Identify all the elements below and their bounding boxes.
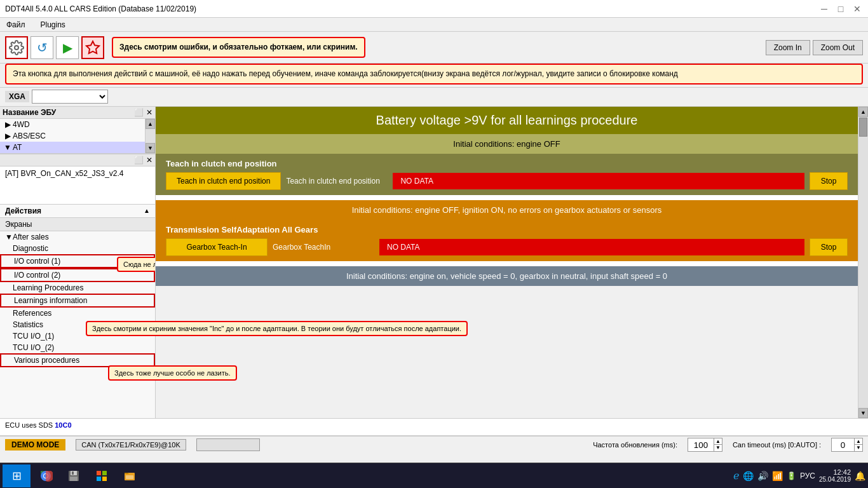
freq-input[interactable] xyxy=(688,440,714,450)
notification-icon[interactable]: 🔔 xyxy=(855,471,865,481)
toolbar-callout: Здесь смотрим ошибки, и обязательно фотк… xyxy=(112,37,365,58)
content-scroll-track xyxy=(858,137,868,408)
ecu-info-box: [AT] BVR_On_CAN_x52_JS3_v2.4 xyxy=(0,166,155,205)
ecu-uses-label: ECU uses SDS xyxy=(5,421,55,429)
ecu-item-4wd[interactable]: ▶ 4WD xyxy=(0,119,145,130)
svg-rect-9 xyxy=(102,471,107,475)
gearbox-field-label: Gearbox TeachIn xyxy=(273,243,374,252)
battery-icon: 🔋 xyxy=(787,471,796,480)
section3-condition: Initial conditions: engine on, vehicle s… xyxy=(156,266,858,286)
menu-file[interactable]: Файл xyxy=(3,19,29,30)
ecu-info-label: [AT] BVR_On_CAN_x52_JS3_v2.4 xyxy=(5,169,150,178)
settings-icon xyxy=(9,40,24,55)
callout-line1: Здесь смотрим ошибки, и обязательно фотк… xyxy=(119,42,358,53)
ecu-info-expand-icon[interactable]: ⬜ xyxy=(134,156,144,165)
settings-button[interactable] xyxy=(5,36,28,59)
minimize-button[interactable]: ─ xyxy=(818,3,830,15)
svg-point-0 xyxy=(15,46,18,50)
wifi-icon: 📶 xyxy=(772,471,783,481)
close-button[interactable]: ✕ xyxy=(851,3,863,15)
taskbar: ⊞ xyxy=(0,463,868,488)
tree-item-aftersales[interactable]: ▼ After sales xyxy=(0,231,155,243)
section1-proc-title: Teach in clutch end position xyxy=(166,159,848,168)
timeout-up[interactable]: ▲ xyxy=(855,438,862,445)
callout2-text: Эта кнопка для выполнения действий с маш… xyxy=(13,69,678,78)
stop-button-1[interactable]: Stop xyxy=(810,172,848,190)
freq-down[interactable]: ▼ xyxy=(714,445,722,451)
zoom-out-button[interactable]: Zoom Out xyxy=(813,40,863,55)
tree-item-learnings-info[interactable]: Learnings information xyxy=(0,294,155,308)
callout-various: Здесь тоже лучше особо не лазить. xyxy=(108,365,237,381)
explorer-icon xyxy=(123,469,137,483)
can-info: CAN (Tx0x7E1/Rx0x7E9)@10K xyxy=(76,439,186,451)
collapse-arrow[interactable]: ▲ xyxy=(144,207,150,214)
gearbox-value: NO DATA xyxy=(379,239,804,255)
svg-rect-13 xyxy=(126,475,133,479)
section2-condition: Initial conditions: engine OFF, ignition… xyxy=(156,200,858,220)
refresh-button[interactable]: ↺ xyxy=(31,36,53,59)
content-scroll-down[interactable]: ▼ xyxy=(858,408,868,418)
go-button[interactable]: ▶ xyxy=(56,36,79,59)
tree-item-references[interactable]: References xyxy=(0,308,155,319)
ie-icon: ℯ xyxy=(733,470,739,482)
svg-rect-7 xyxy=(72,471,74,475)
content-scrollbar: ▲ ▼ xyxy=(858,107,868,418)
timeout-input[interactable] xyxy=(832,440,854,450)
action-icon xyxy=(85,40,100,55)
section2-procedure: Transmission SelfAdaptation All Gears Ge… xyxy=(156,220,858,261)
ecu-close-icon[interactable]: ✕ xyxy=(146,108,153,117)
spacer1 xyxy=(156,195,858,200)
ecu-expand-icon[interactable]: ⬜ xyxy=(134,108,144,117)
taskbar-chrome[interactable] xyxy=(33,464,58,487)
scroll-track xyxy=(146,129,155,143)
tree-item-tcu2[interactable]: TCU I/O_(2) xyxy=(0,342,155,353)
ecu-tree: ▶ 4WD ▶ ABS/ESC ▼ AT xyxy=(0,119,145,153)
taskbar-apps xyxy=(33,464,142,487)
timeout-down[interactable]: ▼ xyxy=(855,445,862,451)
ecu-item-at[interactable]: ▼ AT xyxy=(0,142,145,153)
teach-clutch-button[interactable]: Teach in clutch end position xyxy=(166,172,281,190)
scroll-up-arrow[interactable]: ▲ xyxy=(146,119,155,129)
volume-icon: 🔊 xyxy=(757,471,768,481)
taskbar-save[interactable] xyxy=(61,464,86,487)
go-icon: ▶ xyxy=(63,40,72,55)
toolbar-callout2: Эта кнопка для выполнения действий с маш… xyxy=(5,64,863,85)
ecu-info-close-icon[interactable]: ✕ xyxy=(146,156,153,165)
section1-condition: Initial conditions: engine OFF xyxy=(156,134,858,154)
start-button[interactable]: ⊞ xyxy=(3,464,31,487)
expand-icon: ▶ xyxy=(3,120,13,129)
content-scroll-thumb[interactable] xyxy=(859,118,867,137)
app3-icon xyxy=(95,469,109,483)
content-area: Battery voltage >9V for all learnings pr… xyxy=(156,107,858,418)
demo-mode-badge: DEMO MODE xyxy=(5,439,65,451)
stop-button-2[interactable]: Stop xyxy=(810,238,848,256)
zoom-in-button[interactable]: Zoom In xyxy=(766,40,810,55)
taskbar-explorer[interactable] xyxy=(117,464,142,487)
menu-bar: Файл Plugins xyxy=(0,18,868,32)
scroll-down-arrow[interactable]: ▼ xyxy=(146,143,155,153)
lang-label: РУС xyxy=(800,471,815,480)
ecu-info-toolbar: ⬜ ✕ xyxy=(0,154,155,166)
freq-up[interactable]: ▲ xyxy=(714,438,722,445)
tree-item-diagnostic[interactable]: Diagnostic xyxy=(0,243,155,254)
svg-rect-10 xyxy=(97,477,101,481)
title-bar: DDT4All 5.4.0 ALL CARS Edition (Database… xyxy=(0,0,868,18)
menu-plugins[interactable]: Plugins xyxy=(37,19,69,30)
ecu-item-absesc[interactable]: ▶ ABS/ESC xyxy=(0,130,145,142)
gearbox-teachin-button[interactable]: Gearbox Teach-In xyxy=(166,238,268,256)
tree-item-learning-proc[interactable]: Learning Procedures xyxy=(0,282,155,294)
profile-dropdown[interactable] xyxy=(32,90,108,104)
refresh-icon: ↺ xyxy=(37,40,48,55)
actions-header: Действия xyxy=(5,207,41,215)
spacer2 xyxy=(156,261,858,266)
action-button[interactable] xyxy=(81,36,104,59)
taskbar-app3[interactable] xyxy=(89,464,114,487)
content-scroll-up[interactable]: ▲ xyxy=(858,107,868,117)
network-icon: 🌐 xyxy=(743,471,754,481)
section1-proc-row: Teach in clutch end position Teach in cl… xyxy=(166,172,848,190)
chrome-icon xyxy=(39,469,53,483)
maximize-button[interactable]: □ xyxy=(835,3,846,15)
ecu-sds-value: 10C0 xyxy=(55,421,71,429)
svg-rect-8 xyxy=(97,471,101,475)
battery-warning: Battery voltage >9V for all learnings pr… xyxy=(156,107,858,134)
